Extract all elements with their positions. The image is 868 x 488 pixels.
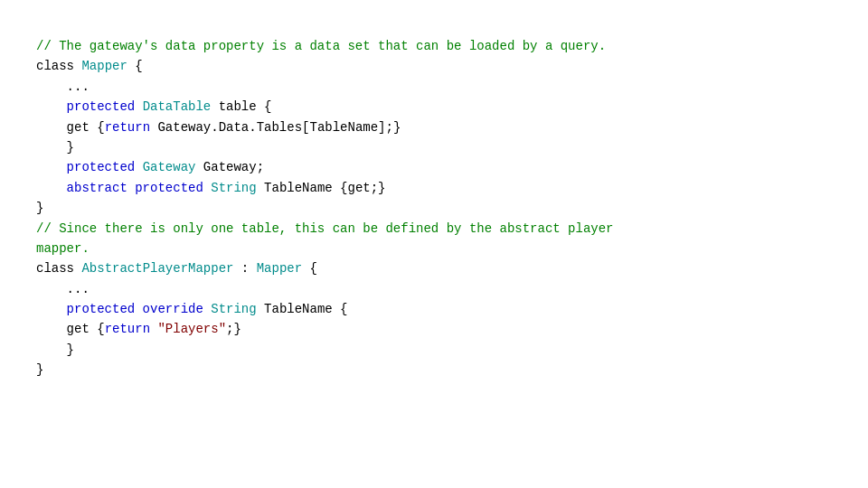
code-token: mapper.: [36, 241, 90, 256]
code-token: DataTable: [143, 99, 212, 114]
code-token: return: [105, 120, 150, 135]
code-token: protected: [67, 160, 136, 174]
code-token: [36, 160, 67, 174]
code-token: get {: [36, 322, 105, 336]
code-token: String: [211, 181, 256, 195]
code-token: table {: [211, 99, 271, 114]
code-token: protected: [67, 99, 136, 114]
code-token: ...: [36, 282, 90, 296]
code-token: protected: [135, 181, 203, 195]
code-token: ;}: [226, 322, 241, 336]
code-token: [135, 99, 142, 114]
code-line: ...: [36, 77, 832, 97]
code-token: [203, 181, 211, 195]
code-token: }: [36, 343, 74, 357]
code-token: class: [36, 59, 81, 73]
code-token: String: [211, 302, 256, 316]
code-token: Gateway.Data.Tables[TableName];}: [150, 120, 401, 135]
code-line: protected DataTable table {: [36, 97, 832, 117]
code-token: }: [36, 140, 74, 155]
code-token: class: [36, 261, 81, 276]
code-token: {: [302, 261, 317, 276]
code-token: [36, 302, 67, 316]
code-line: }: [36, 137, 832, 157]
code-token: AbstractPlayerMapper: [81, 261, 233, 276]
code-token: Gateway;: [195, 160, 264, 174]
code-token: [135, 160, 142, 174]
code-line: get {return Gateway.Data.Tables[TableNam…: [36, 117, 832, 137]
code-token: // The gateway's data property is a data…: [36, 39, 606, 53]
code-token: }: [36, 362, 43, 377]
code-token: get {: [36, 120, 105, 135]
code-token: Gateway: [143, 160, 196, 174]
code-token: Mapper: [81, 59, 127, 73]
code-line: // Since there is only one table, this c…: [36, 219, 832, 239]
code-line: class Mapper {: [36, 56, 832, 76]
code-token: "Players": [157, 322, 226, 336]
code-token: // Since there is only one table, this c…: [36, 221, 614, 236]
code-token: abstract: [36, 181, 135, 195]
code-token: ...: [36, 80, 90, 94]
code-token: }: [36, 201, 43, 215]
code-line: }: [36, 198, 832, 218]
code-line: get {return "Players";}: [36, 319, 832, 339]
code-token: return: [105, 322, 150, 336]
code-line: }: [36, 360, 832, 380]
code-token: [203, 302, 211, 316]
code-token: [36, 99, 67, 114]
code-line: protected Gateway Gateway;: [36, 157, 832, 177]
code-line: protected override String TableName {: [36, 299, 832, 319]
code-token: protected override: [67, 302, 203, 316]
code-line: }: [36, 340, 832, 360]
code-container: // The gateway's data property is a data…: [36, 36, 832, 380]
code-token: Mapper: [257, 261, 302, 276]
code-token: {: [127, 59, 143, 73]
code-token: TableName {: [257, 302, 348, 316]
code-line: mapper.: [36, 239, 832, 258]
code-token: :: [233, 261, 256, 276]
code-line: abstract protected String TableName {get…: [36, 178, 832, 198]
code-line: ...: [36, 279, 832, 299]
code-token: TableName {get;}: [257, 181, 386, 195]
code-line: class AbstractPlayerMapper : Mapper {: [36, 258, 832, 278]
code-line: // The gateway's data property is a data…: [36, 36, 832, 56]
